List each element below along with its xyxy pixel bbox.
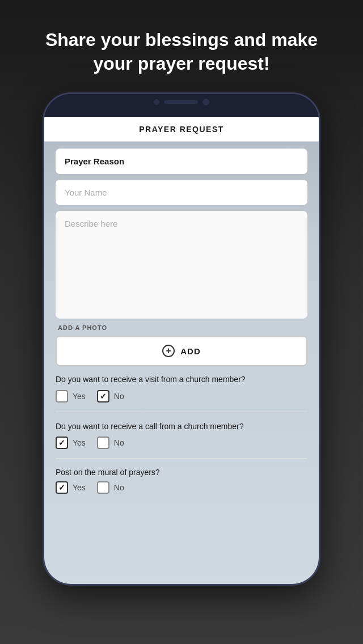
visit-no-checkbox[interactable]	[97, 390, 109, 402]
call-no-label: No	[114, 438, 124, 447]
mural-yes-label: Yes	[73, 483, 86, 492]
phone-screen: PRAYER REQUEST Prayer Reason Your Name D…	[44, 117, 319, 584]
call-question-text: Do you want to receive a call from a chu…	[56, 421, 307, 433]
visit-question-section: Do you want to receive a visit from a ch…	[56, 372, 307, 405]
mural-no-option[interactable]: No	[97, 481, 124, 494]
screen-content[interactable]: Prayer Reason Your Name Describe here AD…	[44, 142, 319, 584]
mural-yes-option[interactable]: Yes	[56, 481, 86, 494]
call-no-checkbox[interactable]	[97, 437, 109, 449]
phone-frame: PRAYER REQUEST Prayer Reason Your Name D…	[43, 92, 320, 586]
call-question-section: Do you want to receive a call from a chu…	[56, 419, 307, 452]
front-camera	[202, 99, 209, 105]
visit-yes-label: Yes	[73, 392, 86, 401]
prayer-reason-field[interactable]: Prayer Reason	[56, 149, 307, 174]
call-yes-option[interactable]: Yes	[56, 437, 86, 449]
call-yes-checkbox[interactable]	[56, 437, 68, 449]
visit-no-label: No	[114, 392, 124, 401]
visit-yes-option[interactable]: Yes	[56, 390, 86, 402]
mural-question-section: Post on the mural of prayers? Yes No	[56, 465, 307, 505]
describe-placeholder: Describe here	[65, 219, 117, 228]
call-checkbox-row: Yes No	[56, 437, 307, 449]
divider-2	[56, 458, 307, 459]
app-bar: PRAYER REQUEST	[44, 117, 319, 142]
power-button	[319, 179, 320, 219]
speaker-bar	[164, 100, 198, 104]
mural-no-checkbox[interactable]	[97, 481, 109, 494]
visit-no-option[interactable]: No	[97, 390, 124, 402]
app-bar-title: PRAYER REQUEST	[139, 125, 224, 134]
mural-question-text: Post on the mural of prayers?	[56, 468, 307, 477]
camera-area	[154, 99, 209, 105]
visit-checkbox-row: Yes No	[56, 390, 307, 402]
phone-top-bar	[44, 94, 319, 117]
header-title: Share your blessings and make your praye…	[0, 0, 363, 92]
add-photo-label: ADD A PHOTO	[56, 324, 307, 331]
add-button-label: ADD	[180, 346, 201, 356]
camera-dot	[154, 99, 159, 105]
visit-question-text: Do you want to receive a visit from a ch…	[56, 374, 307, 385]
add-photo-button[interactable]: + ADD	[56, 336, 307, 366]
mural-yes-checkbox[interactable]	[56, 481, 68, 494]
divider-1	[56, 412, 307, 412]
mural-no-label: No	[114, 483, 124, 492]
describe-field[interactable]: Describe here	[56, 211, 307, 319]
your-name-field[interactable]: Your Name	[56, 180, 307, 205]
visit-yes-checkbox[interactable]	[56, 390, 68, 402]
call-no-option[interactable]: No	[97, 437, 124, 449]
plus-circle-icon: +	[162, 345, 175, 357]
add-photo-section: ADD A PHOTO + ADD	[56, 324, 307, 366]
call-yes-label: Yes	[73, 438, 86, 447]
header-section: Share your blessings and make your praye…	[0, 0, 363, 92]
mural-checkbox-row: Yes No	[56, 481, 307, 494]
